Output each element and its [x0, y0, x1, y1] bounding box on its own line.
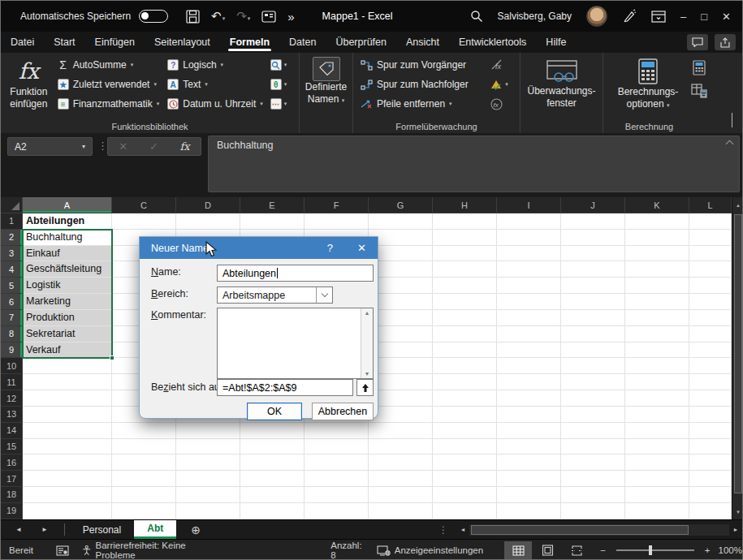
cell[interactable] [625, 326, 689, 342]
scroll-down-icon[interactable]: ▼ [732, 504, 743, 519]
cell[interactable] [176, 471, 240, 487]
cell[interactable] [433, 487, 497, 503]
row-header-18[interactable]: 18 [1, 487, 23, 503]
cell[interactable] [433, 261, 497, 278]
search-icon[interactable] [470, 10, 483, 23]
cancel-button[interactable]: Abbrechen [312, 403, 374, 420]
cell[interactable] [305, 454, 369, 471]
scroll-down-icon[interactable]: ▼ [365, 371, 370, 377]
scroll-right-icon[interactable]: ► [729, 527, 742, 532]
more-functions-button[interactable]: ⋯ ▾ [267, 94, 296, 114]
column-header-K[interactable]: K [625, 197, 689, 213]
cell[interactable] [561, 471, 625, 487]
cell[interactable] [689, 213, 732, 230]
calculate-sheet-icon[interactable] [691, 84, 707, 98]
column-header-A[interactable]: A [23, 197, 112, 213]
cell[interactable] [497, 294, 561, 310]
pen-feature-icon[interactable] [622, 9, 637, 24]
cell[interactable] [433, 294, 497, 310]
cell[interactable] [561, 487, 625, 503]
cell[interactable] [176, 439, 240, 455]
cell[interactable] [561, 230, 625, 246]
cell[interactable]: Sekretariat [23, 326, 112, 342]
horizontal-scrollbar[interactable]: ◄ ► [456, 520, 742, 539]
cell[interactable] [176, 213, 240, 230]
cell[interactable] [625, 294, 689, 310]
cell[interactable] [240, 454, 305, 471]
zuletzt-verwendet-button[interactable]: ★ Zuletzt verwendet ▾ [54, 75, 164, 94]
cell[interactable] [625, 471, 689, 487]
spur-vorgaenger-button[interactable]: Spur zum Vorgänger [356, 55, 487, 75]
cell[interactable] [112, 213, 176, 230]
cell[interactable] [433, 423, 497, 439]
cell[interactable] [23, 487, 112, 503]
close-button[interactable]: ✕ [722, 11, 731, 23]
cell[interactable] [625, 503, 689, 519]
spur-nachfolger-button[interactable]: Spur zum Nachfolger [356, 75, 487, 94]
confirm-entry-icon[interactable]: ✓ [149, 140, 158, 153]
cell[interactable] [305, 439, 369, 455]
share-button[interactable] [715, 34, 736, 50]
cell[interactable] [433, 278, 497, 294]
collapse-range-button[interactable] [356, 379, 374, 396]
column-header-E[interactable]: E [240, 197, 305, 213]
cell[interactable] [689, 407, 732, 423]
cell[interactable] [497, 326, 561, 342]
cell[interactable] [23, 503, 112, 519]
select-all-corner[interactable] [1, 197, 23, 213]
cell[interactable] [433, 471, 497, 487]
tab-ansicht[interactable]: Ansicht [396, 33, 449, 51]
datum-uhrzeit-button[interactable]: Datum u. Uhrzeit ▾ [163, 94, 267, 114]
cell[interactable] [625, 423, 689, 439]
ok-button[interactable]: OK [247, 403, 302, 420]
bereich-dropdown[interactable]: Arbeitsmappe [217, 286, 333, 304]
cell[interactable] [112, 487, 176, 503]
fehlerueberpruefung-button[interactable]: ▾ [487, 75, 516, 94]
zoom-slider[interactable] [616, 549, 694, 551]
cell[interactable] [23, 358, 112, 374]
row-header-19[interactable]: 19 [1, 503, 23, 519]
kommentar-textarea[interactable]: ▲ ▼ [217, 308, 374, 379]
minimize-button[interactable]: – [680, 11, 686, 23]
vertical-scroll-thumb[interactable] [734, 214, 742, 493]
sheet-tab-personal[interactable]: Personal [70, 520, 134, 539]
cell[interactable] [369, 213, 433, 230]
user-name[interactable]: Salvisberg, Gaby [498, 11, 572, 22]
tab-seitenlayout[interactable]: Seitenlayout [145, 33, 220, 51]
cell[interactable] [561, 310, 625, 326]
cell[interactable]: Abteilungen [23, 213, 112, 230]
sheet-nav-right-icon[interactable]: ► [41, 526, 48, 533]
cell[interactable] [305, 503, 369, 519]
cell[interactable] [497, 230, 561, 246]
row-header-4[interactable]: 4 [1, 261, 23, 278]
cell[interactable] [23, 374, 112, 390]
ribbon-display-options-icon[interactable] [651, 11, 666, 23]
cell[interactable] [23, 407, 112, 423]
cell[interactable] [433, 390, 497, 407]
dialog-close-icon[interactable]: ✕ [357, 242, 366, 254]
cell[interactable] [689, 294, 732, 310]
cell[interactable] [433, 503, 497, 519]
cell[interactable] [689, 423, 732, 439]
cell[interactable]: Verkauf [23, 342, 112, 359]
column-header-D[interactable]: D [176, 197, 240, 213]
tab-datei[interactable]: Datei [1, 33, 44, 51]
sheet-nav-left-icon[interactable]: ◄ [15, 526, 22, 533]
cell[interactable] [433, 454, 497, 471]
cell[interactable] [689, 326, 732, 342]
macro-record-icon[interactable] [56, 545, 69, 556]
cell[interactable] [305, 487, 369, 503]
cell[interactable] [689, 278, 732, 294]
cell[interactable] [689, 454, 732, 471]
cell[interactable] [176, 454, 240, 471]
cell[interactable] [561, 326, 625, 342]
cell[interactable] [561, 439, 625, 455]
formula-input[interactable]: Buchhaltung [208, 136, 740, 192]
cell[interactable] [689, 471, 732, 487]
cell[interactable] [497, 439, 561, 455]
cell[interactable] [305, 423, 369, 439]
redo-button[interactable]: ↷▾ [236, 9, 250, 24]
cell[interactable] [561, 454, 625, 471]
cell[interactable] [497, 246, 561, 262]
ueberwachungsfenster-button[interactable]: Überwachungs- fenster [524, 55, 599, 110]
